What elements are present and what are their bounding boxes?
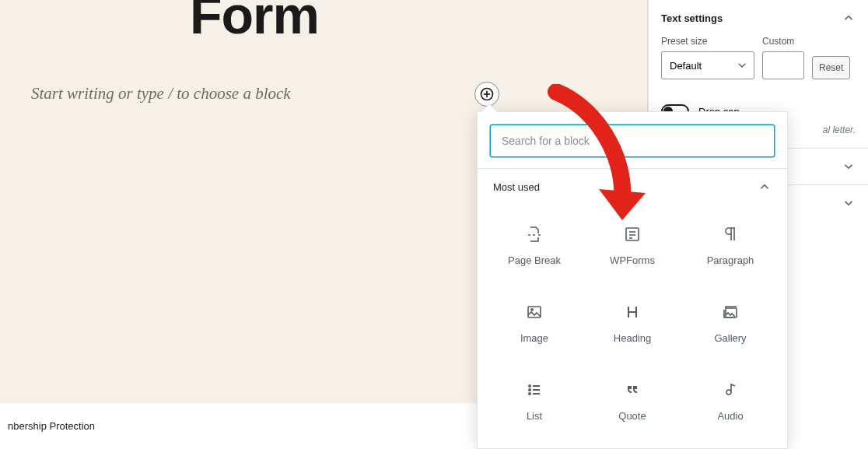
chevron-up-icon <box>842 11 856 25</box>
custom-size-label: Custom <box>762 36 804 47</box>
preset-size-label: Preset size <box>661 36 754 47</box>
gallery-icon <box>721 303 740 321</box>
block-label: Page Break <box>508 254 561 266</box>
block-audio[interactable]: Audio <box>681 362 779 440</box>
preset-size-select[interactable]: Default <box>661 51 754 79</box>
custom-size-control: Custom <box>762 36 804 79</box>
reset-button[interactable]: Reset <box>812 56 850 79</box>
page-break-icon <box>525 225 544 244</box>
block-label: Audio <box>717 410 743 422</box>
page-title[interactable]: Form <box>190 0 319 45</box>
block-heading[interactable]: Heading <box>583 284 681 362</box>
audio-icon <box>721 381 740 399</box>
preset-size-control: Preset size Default <box>661 36 754 79</box>
text-settings-panel-header[interactable]: Text settings <box>649 0 868 36</box>
block-label: Image <box>520 332 548 344</box>
svg-point-14 <box>529 389 530 391</box>
list-icon <box>525 381 544 399</box>
block-label: List <box>527 410 542 422</box>
chevron-down-icon <box>842 160 856 174</box>
block-grid: Page Break WPForms Paragraph Image <box>478 202 787 447</box>
svg-point-13 <box>529 385 530 387</box>
block-wpforms[interactable]: WPForms <box>583 206 681 284</box>
inserter-scroll[interactable]: Most used Page Break WPForms Parag <box>478 169 787 448</box>
block-inserter-popover: Most used Page Break WPForms Parag <box>477 111 788 449</box>
block-label: Heading <box>614 332 651 344</box>
bottom-bar-text: nbership Protection <box>8 420 95 432</box>
block-page-break[interactable]: Page Break <box>485 206 583 284</box>
block-label: Paragraph <box>707 254 754 266</box>
block-list[interactable]: List <box>485 362 583 440</box>
paragraph-icon <box>721 225 740 244</box>
block-paragraph[interactable]: Paragraph <box>681 206 779 284</box>
block-label: Gallery <box>714 332 746 344</box>
image-icon <box>525 303 544 321</box>
chevron-up-icon <box>758 180 772 194</box>
block-image[interactable]: Image <box>485 284 583 362</box>
wpforms-icon <box>623 225 642 244</box>
block-label: WPForms <box>610 254 655 266</box>
heading-icon <box>623 303 642 321</box>
text-settings-panel-body: Preset size Default Custom Reset <box>649 36 868 92</box>
add-block-button[interactable] <box>474 82 499 107</box>
custom-size-input[interactable] <box>762 51 804 79</box>
most-used-label: Most used <box>493 181 540 193</box>
svg-point-8 <box>531 308 533 310</box>
svg-point-15 <box>529 393 530 395</box>
block-search-input[interactable] <box>490 125 775 157</box>
plus-circle-icon <box>479 86 495 102</box>
text-settings-label: Text settings <box>661 12 723 24</box>
quote-icon <box>623 381 642 399</box>
block-gallery[interactable]: Gallery <box>681 284 779 362</box>
chevron-down-icon <box>842 196 856 210</box>
preset-size-value: Default <box>670 60 702 72</box>
most-used-section-header[interactable]: Most used <box>478 169 787 202</box>
block-quote[interactable]: Quote <box>583 362 681 440</box>
block-label: Quote <box>618 410 646 422</box>
paragraph-placeholder[interactable]: Start writing or type / to choose a bloc… <box>31 84 291 103</box>
